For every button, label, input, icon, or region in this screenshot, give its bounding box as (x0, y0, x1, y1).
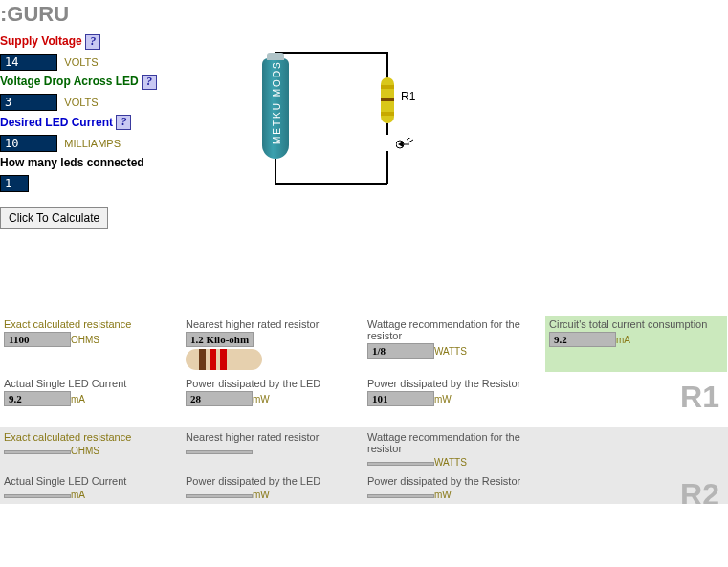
circuit-diagram: METKU MODS R1 (233, 34, 453, 202)
r1-pled-unit: mW (253, 394, 270, 404)
r2-watt-label: Wattage recommendation for the resistor (367, 431, 541, 454)
supply-voltage-input[interactable] (0, 54, 57, 71)
r1-exact-unit: OHMS (71, 335, 99, 345)
r2-pres-unit: mW (434, 490, 452, 500)
supply-voltage-label: Supply Voltage (0, 34, 82, 48)
r1-nearest-label: Nearest higher rated resistor (186, 318, 360, 330)
r2-actual-value (4, 494, 71, 498)
r2-tag: R2 (680, 477, 719, 504)
r2-nearest-label: Nearest higher rated resistor (186, 431, 360, 443)
r2-watt-value (367, 462, 434, 466)
r1-total-unit: mA (616, 335, 630, 345)
r1-exact-label: Exact calculated resistance (4, 318, 178, 330)
r1-pres-value: 101 (367, 391, 434, 406)
r1-pres-label: Power dissipated by the Resistor (367, 378, 541, 389)
r1-actual-label: Actual Single LED Current (4, 378, 178, 389)
svg-line-2 (407, 138, 411, 140)
r1-label: R1 (401, 90, 415, 103)
resistor-icon (381, 77, 394, 123)
led-count-label: How many leds connected (0, 156, 144, 169)
supply-unit: VOLTS (64, 56, 98, 68)
led-count-input[interactable] (0, 175, 29, 192)
r2-pled-label: Power dissipated by the LED (186, 475, 360, 487)
r2-watt-unit: WATTS (434, 457, 467, 468)
r1-actual-unit: mA (71, 394, 85, 404)
led-current-input[interactable] (0, 135, 57, 152)
r1-total-label: Circuit's total current consumption (549, 318, 723, 330)
battery-text: METKU MODS (272, 60, 282, 144)
r1-pled-value: 28 (186, 391, 253, 406)
page-title: :GURU (0, 0, 728, 34)
r1-pled-label: Power dissipated by the LED (186, 378, 360, 389)
help-icon[interactable]: ? (116, 115, 131, 130)
r2-actual-label: Actual Single LED Current (4, 475, 178, 487)
r1-pres-unit: mW (434, 394, 452, 404)
r2-exact-unit: OHMS (71, 446, 99, 456)
calculate-button[interactable]: Click To Calculate (0, 207, 108, 229)
r1-watt-label: Wattage recommendation for the resistor (367, 318, 541, 341)
r1-total-value: 9.2 (549, 332, 616, 347)
r2-pled-value (186, 494, 253, 498)
r1-exact-value: 1100 (4, 332, 71, 347)
input-panel: Supply Voltage ? VOLTS Voltage Drop Acro… (0, 34, 157, 229)
help-icon[interactable]: ? (142, 75, 157, 90)
r1-tag: R1 (680, 380, 719, 415)
r2-pres-value (367, 494, 434, 498)
r2-pled-unit: mW (253, 490, 270, 500)
r2-exact-label: Exact calculated resistance (4, 431, 178, 443)
led-icon (396, 138, 409, 151)
r2-actual-unit: mA (71, 490, 85, 500)
r1-watt-value: 1/8 (367, 343, 434, 359)
r2-pres-label: Power dissipated by the Resistor (367, 475, 541, 487)
resistor-bands-icon (186, 349, 262, 370)
voltage-drop-label: Voltage Drop Across LED (0, 75, 139, 88)
current-unit: MILLIAMPS (64, 138, 121, 149)
vdrop-unit: VOLTS (64, 97, 98, 108)
results-panel: Exact calculated resistance 1100OHMS Nea… (0, 315, 728, 504)
r1-actual-value: 9.2 (4, 391, 71, 406)
r1-nearest-value: 1.2 Kilo-ohm (186, 332, 254, 347)
voltage-drop-input[interactable] (0, 94, 57, 111)
help-icon[interactable]: ? (85, 34, 100, 50)
led-current-label: Desired LED Current (0, 116, 113, 129)
r2-exact-value (4, 450, 71, 454)
battery-icon: METKU MODS (262, 58, 289, 159)
r1-watt-unit: WATTS (434, 346, 467, 357)
r2-nearest-value (186, 450, 253, 454)
svg-line-3 (408, 140, 413, 142)
